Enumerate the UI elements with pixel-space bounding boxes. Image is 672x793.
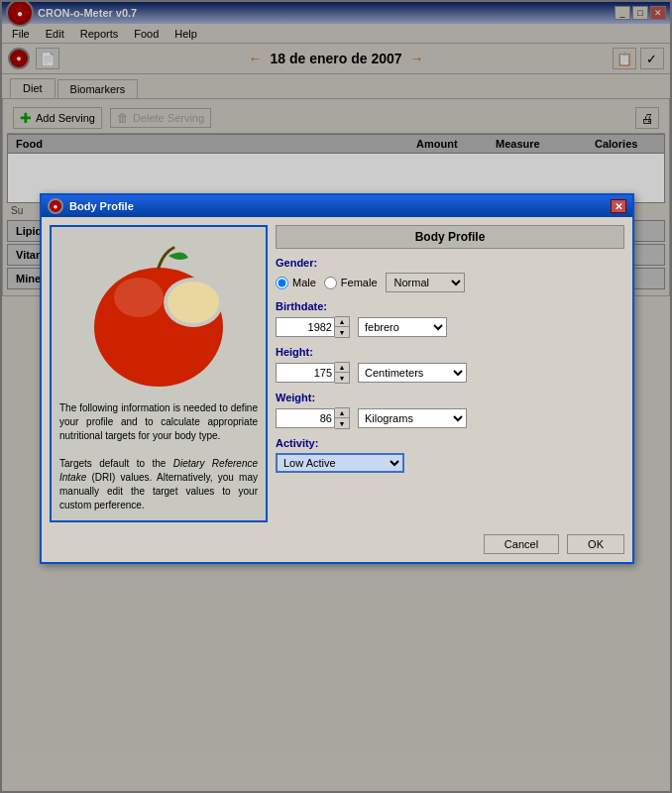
dialog-left-panel: The following information is needed to d… xyxy=(50,225,268,522)
birthdate-group: Birthdate: 1982 ▲ ▼ enero febrero marzo … xyxy=(276,300,624,338)
male-radio[interactable] xyxy=(276,277,288,289)
weight-spinbox: 86 ▲ ▼ xyxy=(276,407,350,429)
male-label: Male xyxy=(292,277,316,288)
female-radio[interactable] xyxy=(324,277,337,289)
dialog-description: The following information is needed to d… xyxy=(59,401,258,512)
female-label: Female xyxy=(341,277,378,288)
height-spinbox: 175 ▲ ▼ xyxy=(276,362,350,384)
year-up-arrow[interactable]: ▲ xyxy=(335,317,349,327)
height-unit-dropdown[interactable]: Centimeters Inches xyxy=(358,363,467,383)
dialog-close-button[interactable]: ✕ xyxy=(611,199,626,213)
dialog-body: The following information is needed to d… xyxy=(42,217,632,530)
gender-type-dropdown[interactable]: Normal xyxy=(386,273,465,292)
dialog-title: Body Profile xyxy=(69,200,134,212)
cancel-button[interactable]: Cancel xyxy=(484,534,559,554)
year-spinbox: 1982 ▲ ▼ xyxy=(276,316,350,338)
dialog-panel-title: Body Profile xyxy=(276,225,624,249)
weight-up-arrow[interactable]: ▲ xyxy=(335,408,349,418)
body-profile-dialog: ● Body Profile ✕ xyxy=(40,193,634,564)
activity-group: Activity: Sedentary Low Active Active Ve… xyxy=(276,437,624,473)
male-radio-label[interactable]: Male xyxy=(276,277,316,289)
svg-point-2 xyxy=(114,278,164,317)
weight-label: Weight: xyxy=(276,392,624,403)
activity-dropdown[interactable]: Sedentary Low Active Active Very Active xyxy=(276,453,404,473)
gender-label: Gender: xyxy=(276,257,624,269)
apple-image xyxy=(69,235,248,394)
ok-button[interactable]: OK xyxy=(567,534,624,554)
dialog-right-panel: Body Profile Gender: Male Female Normal xyxy=(276,225,624,522)
weight-unit-dropdown[interactable]: Kilograms Pounds xyxy=(358,408,467,428)
gender-group: Gender: Male Female Normal xyxy=(276,257,624,292)
dialog-titlebar: ● Body Profile ✕ xyxy=(42,195,632,217)
dialog-footer: Cancel OK xyxy=(42,530,632,562)
female-radio-label[interactable]: Female xyxy=(324,277,378,289)
dialog-logo: ● xyxy=(48,198,63,214)
height-down-arrow[interactable]: ▼ xyxy=(335,373,349,383)
height-up-arrow[interactable]: ▲ xyxy=(335,363,349,373)
weight-group: Weight: 86 ▲ ▼ Kilograms Pounds xyxy=(276,392,624,429)
height-label: Height: xyxy=(276,346,624,358)
month-dropdown[interactable]: enero febrero marzo abril mayo junio jul… xyxy=(358,317,447,337)
svg-point-3 xyxy=(168,282,219,323)
birthdate-label: Birthdate: xyxy=(276,300,624,312)
height-group: Height: 175 ▲ ▼ Centimeters Inches xyxy=(276,346,624,384)
weight-down-arrow[interactable]: ▼ xyxy=(335,418,349,428)
year-down-arrow[interactable]: ▼ xyxy=(335,327,349,337)
height-input[interactable]: 175 xyxy=(276,363,335,383)
activity-label: Activity: xyxy=(276,437,624,449)
weight-input[interactable]: 86 xyxy=(276,408,335,428)
year-input[interactable]: 1982 xyxy=(276,317,335,337)
